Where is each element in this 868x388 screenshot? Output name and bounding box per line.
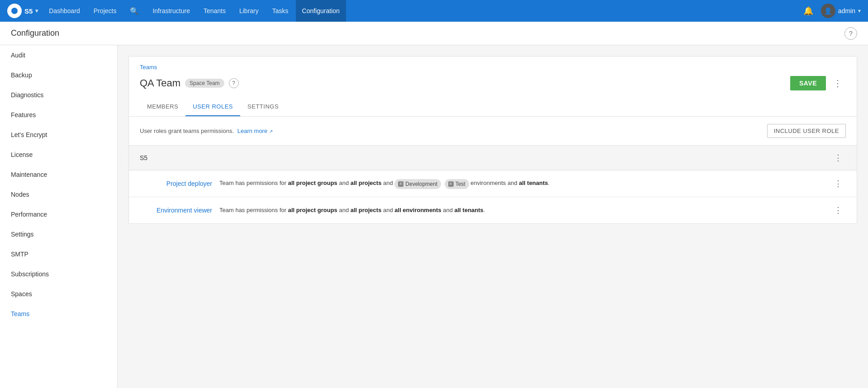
sidebar-item-diagnostics[interactable]: Diagnostics <box>0 85 117 105</box>
nav-item-infrastructure[interactable]: Infrastructure <box>146 0 196 22</box>
tab-settings[interactable]: SETTINGS <box>240 98 286 116</box>
app-name: S5 <box>24 7 33 15</box>
sidebar-item-teams[interactable]: Teams <box>0 304 117 324</box>
help-icon[interactable]: ? <box>844 27 857 40</box>
sidebar-item-features[interactable]: Features <box>0 105 117 125</box>
nav-item-tasks[interactable]: Tasks <box>266 0 295 22</box>
sidebar-item-spaces[interactable]: Spaces <box>0 284 117 304</box>
env-icon-development: ≡ <box>398 181 403 187</box>
role-name-environment-viewer[interactable]: Environment viewer <box>140 207 212 214</box>
nav-item-projects[interactable]: Projects <box>87 0 123 22</box>
search-icon: 🔍 <box>130 7 139 15</box>
sidebar-item-smtp[interactable]: SMTP <box>0 244 117 264</box>
nav-item-configuration[interactable]: Configuration <box>296 0 346 22</box>
role-desc-environment-viewer: Team has permissions for all project gro… <box>219 206 823 215</box>
tab-user-roles[interactable]: USER ROLES <box>185 98 240 116</box>
role-group-more-icon[interactable]: ⋮ <box>830 151 846 165</box>
sidebar-item-performance[interactable]: Performance <box>0 204 117 224</box>
nav-item-library[interactable]: Library <box>233 0 265 22</box>
save-button[interactable]: SAVE <box>790 76 826 90</box>
dropdown-icon[interactable]: ▾ <box>35 8 38 14</box>
sidebar-item-subscriptions[interactable]: Subscriptions <box>0 264 117 284</box>
role-desc-project-deployer: Team has permissions for all project gro… <box>219 179 823 189</box>
breadcrumb: Teams <box>129 57 857 72</box>
role-row-2-more-icon[interactable]: ⋮ <box>830 203 846 217</box>
tabs: MEMBERS USER ROLES SETTINGS <box>129 98 857 117</box>
space-team-badge: Space Team <box>185 79 224 88</box>
more-options-icon[interactable]: ⋮ <box>830 76 846 90</box>
team-help-icon[interactable]: ? <box>229 78 239 88</box>
username: admin <box>838 7 855 14</box>
role-group-name: S5 <box>140 154 147 161</box>
role-name-project-deployer[interactable]: Project deployer <box>140 180 212 187</box>
env-badge-development: ≡ Development <box>394 179 441 189</box>
user-dropdown-icon[interactable]: ▾ <box>858 8 861 14</box>
team-header: QA Team Space Team ? SAVE ⋮ <box>129 72 857 98</box>
tab-members[interactable]: MEMBERS <box>140 98 185 116</box>
sidebar-item-maintenance[interactable]: Maintenance <box>0 165 117 185</box>
role-group-header: S5 ⋮ <box>129 146 857 170</box>
env-badge-test: ≡ Test <box>445 179 469 189</box>
team-name: QA Team <box>140 77 180 89</box>
sidebar-item-settings[interactable]: Settings <box>0 224 117 244</box>
team-header-left: QA Team Space Team ? <box>140 77 239 89</box>
content-card: Teams QA Team Space Team ? SAVE ⋮ MEMBER… <box>128 56 857 224</box>
sidebar-item-audit[interactable]: Audit <box>0 45 117 65</box>
avatar: 👤 <box>821 4 835 18</box>
sidebar-item-license[interactable]: License <box>0 145 117 165</box>
role-row-environment-viewer: Environment viewer Team has permissions … <box>129 197 857 223</box>
breadcrumb-teams-link[interactable]: Teams <box>140 64 157 71</box>
sidebar-item-letsencrypt[interactable]: Let's Encrypt <box>0 125 117 145</box>
nav-item-search[interactable]: 🔍 <box>123 0 145 22</box>
external-link-icon: ↗ <box>269 129 273 134</box>
top-nav: S5 ▾ Dashboard Projects 🔍 Infrastructure… <box>0 0 868 22</box>
user-area[interactable]: 👤 admin ▾ <box>817 4 864 18</box>
include-user-role-button[interactable]: INCLUDE USER ROLE <box>767 124 846 138</box>
user-roles-description: User roles grant teams permissions. Lear… <box>140 128 273 134</box>
page-title: Configuration <box>11 28 59 38</box>
role-row-project-deployer: Project deployer Team has permissions fo… <box>129 170 857 197</box>
main-content: Teams QA Team Space Team ? SAVE ⋮ MEMBER… <box>118 45 868 388</box>
user-roles-info-bar: User roles grant teams permissions. Lear… <box>129 117 857 146</box>
env-icon-test: ≡ <box>448 181 454 187</box>
page-header: Configuration ? <box>0 22 868 45</box>
logo-circle <box>7 4 22 18</box>
learn-more-link[interactable]: Learn more <box>237 128 267 134</box>
role-row-1-more-icon[interactable]: ⋮ <box>830 177 846 190</box>
sidebar: Audit Backup Diagnostics Features Let's … <box>0 45 118 388</box>
team-header-right: SAVE ⋮ <box>790 76 846 90</box>
nav-item-tenants[interactable]: Tenants <box>197 0 232 22</box>
logo-area[interactable]: S5 ▾ <box>4 4 42 18</box>
sidebar-item-nodes[interactable]: Nodes <box>0 185 117 204</box>
notification-icon[interactable]: 🔔 <box>800 3 816 19</box>
nav-item-dashboard[interactable]: Dashboard <box>43 0 86 22</box>
sidebar-item-backup[interactable]: Backup <box>0 65 117 85</box>
